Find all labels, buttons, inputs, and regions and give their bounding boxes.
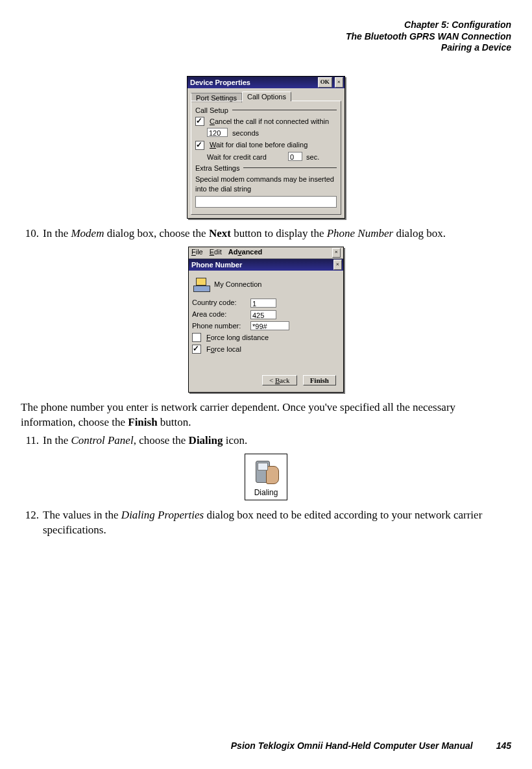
footer-text: Psion Teklogix Omnii Hand-Held Computer … <box>231 740 473 751</box>
dialing-icon <box>252 458 280 487</box>
finish-button[interactable]: Finish <box>303 375 336 385</box>
group-extra-settings: Extra Settings <box>195 164 337 172</box>
dialing-icon-box[interactable]: Dialing <box>245 454 287 500</box>
page-number: 145 <box>496 740 511 751</box>
force-local-label: Force local <box>206 345 241 354</box>
close-button[interactable]: × <box>335 77 343 88</box>
area-code-label: Area code: <box>192 310 250 319</box>
group-label: Extra Settings <box>195 164 239 172</box>
header-section: The Bluetooth GPRS WAN Connection <box>21 31 511 43</box>
device-properties-dialog: Device Properties OK × Port Settings Cal… <box>187 76 345 219</box>
dialog-title: Device Properties <box>190 79 315 86</box>
checkbox-cancel-call[interactable] <box>195 117 204 126</box>
header-chapter: Chapter 5: Configuration <box>21 19 511 31</box>
checkbox-force-long-distance[interactable] <box>192 333 201 342</box>
wait-dial-label: Wait for dial tone before dialing <box>210 140 308 150</box>
dialing-label: Dialing <box>252 488 280 497</box>
force-long-label: Force long distance <box>206 333 269 343</box>
group-label: Call Setup <box>195 106 228 114</box>
credit-unit: sec. <box>306 153 319 161</box>
step-text: The values in the Dialing Properties dia… <box>43 508 511 538</box>
close-button[interactable]: × <box>333 260 342 270</box>
seconds-label: seconds <box>232 129 259 137</box>
step-text: In the Control Panel, choose the Dialing… <box>43 433 247 448</box>
menu-advanced[interactable]: Advanced <box>228 248 263 258</box>
page-footer: Psion Teklogix Omnii Hand-Held Computer … <box>21 740 511 751</box>
back-button[interactable]: < Back <box>262 375 297 385</box>
cancel-call-label: CCancel the call if not connected within… <box>210 117 329 127</box>
area-code-input[interactable]: 425 <box>250 310 276 319</box>
phone-number-dialog: File Edit Advanced × Phone Number × My C… <box>188 247 344 392</box>
step-text: In the Modem dialog box, choose the Next… <box>43 226 446 241</box>
connection-icon <box>193 278 209 291</box>
page-header: Chapter 5: Configuration The Bluetooth G… <box>21 19 511 54</box>
tab-call-options[interactable]: Call Options <box>242 92 291 101</box>
seconds-input[interactable]: 120 <box>207 128 228 137</box>
step-number: 11. <box>21 433 39 448</box>
group-call-setup: Call Setup <box>195 106 337 114</box>
step-11: 11. In the Control Panel, choose the Dia… <box>21 433 511 448</box>
dialog-titlebar: Phone Number × <box>189 259 343 271</box>
phone-number-input[interactable]: *99# <box>250 321 289 330</box>
ok-button[interactable]: OK <box>318 77 332 88</box>
dialog-titlebar: Device Properties OK × <box>187 77 345 88</box>
phone-number-label: Phone number: <box>192 321 250 331</box>
step-number: 12. <box>21 508 39 538</box>
connection-name: My Connection <box>214 280 261 288</box>
step-10: 10. In the Modem dialog box, choose the … <box>21 226 511 241</box>
menubar-close-button[interactable]: × <box>332 248 341 258</box>
paragraph-finish-note: The phone number you enter is network ca… <box>21 400 511 430</box>
wait-credit-label: Wait for credit card <box>207 153 267 161</box>
menu-file[interactable]: File <box>191 248 203 258</box>
menubar: File Edit Advanced × <box>189 247 343 259</box>
country-code-input[interactable]: 1 <box>250 299 276 308</box>
country-code-label: Country code: <box>192 298 250 308</box>
dialog-title: Phone Number <box>191 261 331 269</box>
checkbox-wait-dial-tone[interactable] <box>195 141 204 150</box>
step-12: 12. The values in the Dialing Properties… <box>21 508 511 538</box>
checkbox-force-local[interactable] <box>192 345 201 354</box>
menu-edit[interactable]: Edit <box>210 248 222 258</box>
step-number: 10. <box>21 226 39 241</box>
credit-input[interactable]: 0 <box>288 152 302 161</box>
header-subsection: Pairing a Device <box>21 42 511 54</box>
extra-hint: Special modem commands may be inserted i… <box>195 175 337 194</box>
extra-commands-input[interactable] <box>195 196 337 208</box>
